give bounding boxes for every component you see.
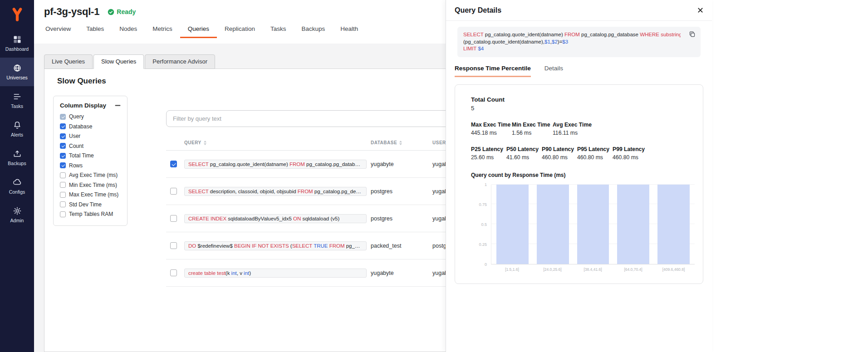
column-options-list: QueryDatabaseUserCountTotal TimeRowsAvg … (60, 113, 121, 217)
column-option-std-dev-time[interactable]: Std Dev Time (60, 201, 121, 208)
table-row[interactable]: SELECT description, classoid, objoid, ob… (166, 178, 446, 205)
y-tick-label: 0.75 (479, 202, 487, 207)
column-option-rows[interactable]: Rows (60, 162, 121, 169)
column-header-database[interactable]: DATABASE (371, 140, 432, 145)
row-checkbox[interactable] (170, 188, 177, 195)
column-option-temp-tables-ram[interactable]: Temp Tables RAM (60, 211, 121, 217)
sidebar-item-dashboard[interactable]: Dashboard (0, 29, 34, 58)
database-cell: yugabyte (371, 270, 432, 276)
checkbox (60, 172, 66, 178)
database-cell: packed_test (371, 243, 432, 249)
details-tab-details[interactable]: Details (544, 65, 563, 77)
column-option-query[interactable]: Query (60, 113, 121, 120)
column-option-user[interactable]: User (60, 133, 121, 139)
subtab-live-queries[interactable]: Live Queries (44, 54, 93, 69)
tab-replication[interactable]: Replication (217, 22, 263, 38)
subtab-slow-queries[interactable]: Slow Queries (93, 54, 144, 69)
sidebar-item-tasks[interactable]: Tasks (0, 86, 34, 115)
details-title: Query Details (455, 6, 501, 15)
query-text: SELECT description, classoid, objoid, ob… (184, 187, 367, 196)
chart-y-axis: 00.250.50.751 (471, 185, 491, 264)
check-circle-icon (108, 9, 114, 15)
table-row[interactable]: CREATE INDEX sqldataloadByValuev5_idx5 O… (166, 205, 446, 232)
x-tick-label: [409.6,460.8] (653, 267, 694, 272)
table-row[interactable]: DO $redefineview$ BEGIN IF NOT EXISTS (S… (166, 232, 446, 259)
close-icon[interactable] (697, 7, 703, 13)
column-option-total-time[interactable]: Total Time (60, 152, 121, 159)
chart-bar (537, 185, 569, 264)
main-area: pf-3g-ysql-1 Ready OverviewTablesNodesMe… (34, 0, 446, 352)
stat-label: Max Exec Time (471, 122, 512, 128)
stat-value: 41.60 ms (506, 154, 542, 161)
row-checkbox[interactable] (170, 269, 177, 276)
checkbox (60, 153, 66, 159)
stat-label: P90 Latency (542, 146, 577, 152)
x-tick-label: [64.0,70.4] (613, 267, 653, 272)
y-tick-label: 1 (485, 182, 487, 187)
checkbox (60, 211, 66, 217)
checkbox (60, 192, 66, 198)
database-cell: postgres (371, 188, 432, 195)
backups-icon (13, 149, 22, 158)
table-row[interactable]: SELECT pg_catalog.quote_ident(datname) F… (166, 151, 446, 178)
stat-value: 116.11 ms (553, 130, 593, 136)
stat-max-exec-time: Max Exec Time445.18 ms (471, 122, 512, 136)
column-header-query[interactable]: QUERY (184, 140, 371, 145)
tab-overview[interactable]: Overview (38, 22, 78, 38)
row-checkbox[interactable] (170, 215, 177, 222)
column-option-label: User (69, 133, 80, 139)
y-tick-label: 0.25 (479, 242, 487, 247)
latency-stats: P25 Latency25.60 msP50 Latency41.60 msP9… (471, 146, 696, 161)
tab-backups[interactable]: Backups (294, 22, 333, 38)
sidebar-nav: DashboardUniversesTasksAlertsBackupsConf… (0, 29, 34, 229)
column-option-min-exec-time-ms[interactable]: Min Exec Time (ms) (60, 182, 121, 188)
details-tab-response-time-percentile[interactable]: Response Time Percentile (455, 65, 531, 77)
column-option-label: Query (69, 113, 84, 120)
sidebar-item-backups[interactable]: Backups (0, 143, 34, 172)
tab-tables[interactable]: Tables (78, 22, 112, 38)
minus-icon[interactable] (115, 103, 121, 108)
admin-icon (13, 206, 22, 215)
sidebar-item-label: Universes (6, 75, 28, 80)
exec-time-stats: Max Exec Time445.18 msMin Exec Time1.56 … (471, 122, 696, 136)
sidebar-item-universes[interactable]: Universes (0, 58, 34, 86)
column-option-label: Rows (69, 162, 83, 169)
sidebar-item-admin[interactable]: Admin (0, 200, 34, 229)
column-option-max-exec-time-ms[interactable]: Max Exec Time (ms) (60, 191, 121, 198)
column-option-count[interactable]: Count (60, 143, 121, 149)
tab-metrics[interactable]: Metrics (145, 22, 180, 38)
table-header: QUERYDATABASEUSER (166, 135, 446, 151)
stat-value: 25.60 ms (471, 154, 506, 161)
yugabyte-logo[interactable] (0, 0, 34, 29)
column-option-label: Database (69, 123, 92, 130)
dashboard-icon (13, 35, 22, 44)
sidebar-item-alerts[interactable]: Alerts (0, 115, 34, 143)
checkbox (60, 133, 66, 139)
row-checkbox[interactable] (170, 242, 177, 249)
column-option-database[interactable]: Database (60, 123, 121, 130)
tab-queries[interactable]: Queries (180, 22, 217, 38)
checkbox (60, 123, 66, 129)
stat-label: P25 Latency (471, 146, 506, 152)
column-option-label: Max Exec Time (ms) (69, 191, 118, 198)
column-header-label: QUERY (184, 140, 201, 145)
sidebar-item-label: Configs (9, 189, 25, 195)
copy-icon[interactable] (689, 31, 696, 38)
query-filter-input[interactable] (166, 110, 446, 127)
sidebar-item-configs[interactable]: Configs (0, 172, 34, 200)
sql-line: LIMIT $4 (463, 45, 681, 53)
checkbox (60, 201, 66, 207)
chart-plot-area (491, 185, 695, 264)
row-checkbox[interactable] (170, 161, 177, 167)
stat-p50-latency: P50 Latency41.60 ms (506, 146, 542, 161)
tab-health[interactable]: Health (333, 22, 366, 38)
tab-tasks[interactable]: Tasks (263, 22, 294, 38)
stat-label: Avg Exec Time (553, 122, 593, 128)
table-row[interactable]: create table test(k int, v int)yugabytey… (166, 259, 446, 287)
stat-value: 460.80 ms (613, 154, 648, 161)
column-option-avg-exec-time-ms[interactable]: Avg Exec Time (ms) (60, 172, 121, 178)
checkbox (60, 162, 66, 168)
subtab-performance-advisor[interactable]: Performance Advisor (145, 54, 215, 69)
tab-nodes[interactable]: Nodes (112, 22, 145, 38)
database-cell: yugabyte (371, 161, 432, 167)
